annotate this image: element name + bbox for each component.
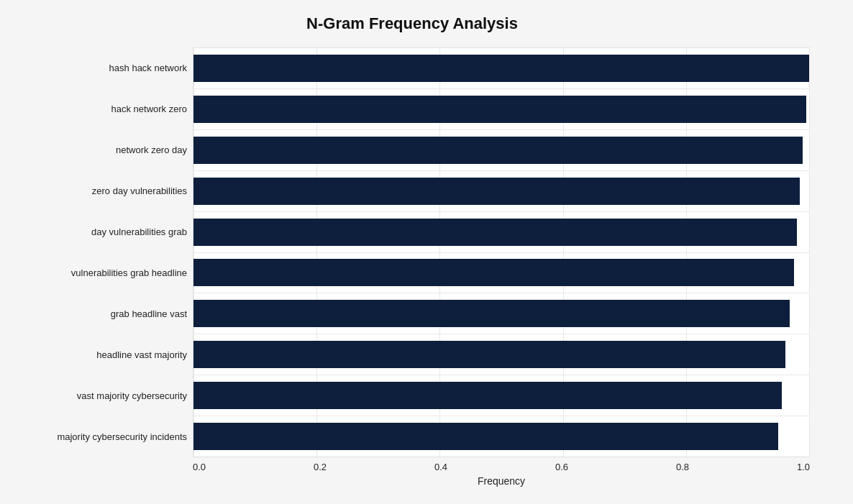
bar [193,96,806,123]
y-label: hack network zero [111,88,188,129]
bars-and-grid [193,47,810,457]
grid-line [809,48,810,457]
bar [193,219,797,246]
bar-row [193,375,809,416]
y-label: vulnerabilities grab headline [71,252,187,293]
bar-row [193,89,809,130]
bar [193,341,785,368]
x-tick-label: 0.4 [434,462,447,472]
bars-section: hash hack networkhack network zeronetwor… [14,47,810,457]
bar-row [193,212,809,253]
x-tick-label: 0.8 [676,462,689,472]
y-label: day vulnerabilities grab [91,211,187,252]
x-axis-area: 0.00.20.40.60.81.0 Frequency [193,457,810,487]
bar [193,55,809,82]
x-tick-label: 1.0 [797,462,810,472]
y-label: vast majority cybersecurity [77,375,187,416]
bar [193,300,790,327]
y-label: network zero day [116,129,187,170]
bar [193,423,778,450]
bar-row [193,416,809,457]
x-axis-label: Frequency [193,475,810,487]
x-tick-label: 0.2 [314,462,327,472]
bar-row [193,253,809,294]
x-ticks: 0.00.20.40.60.81.0 [193,457,810,472]
y-label: hash hack network [109,47,187,88]
x-tick-label: 0.0 [193,462,206,472]
chart-area: hash hack networkhack network zeronetwor… [14,47,810,422]
y-label: zero day vulnerabilities [92,170,187,211]
chart-container: N-Gram Frequency Analysis hash hack netw… [0,0,853,504]
bar [193,178,800,205]
bar [193,137,803,164]
y-label: grab headline vast [111,293,187,334]
bar-rows [193,48,809,457]
bar [193,382,782,409]
bar [193,259,794,286]
x-tick-label: 0.6 [555,462,568,472]
y-label: headline vast majority [96,334,187,375]
bar-row [193,171,809,212]
y-label: majority cybersecurity incidents [57,416,187,457]
chart-title: N-Gram Frequency Analysis [14,14,810,33]
bar-row [193,48,809,89]
bar-row [193,293,809,334]
bar-row [193,130,809,171]
bar-row [193,334,809,375]
y-labels: hash hack networkhack network zeronetwor… [14,47,193,457]
